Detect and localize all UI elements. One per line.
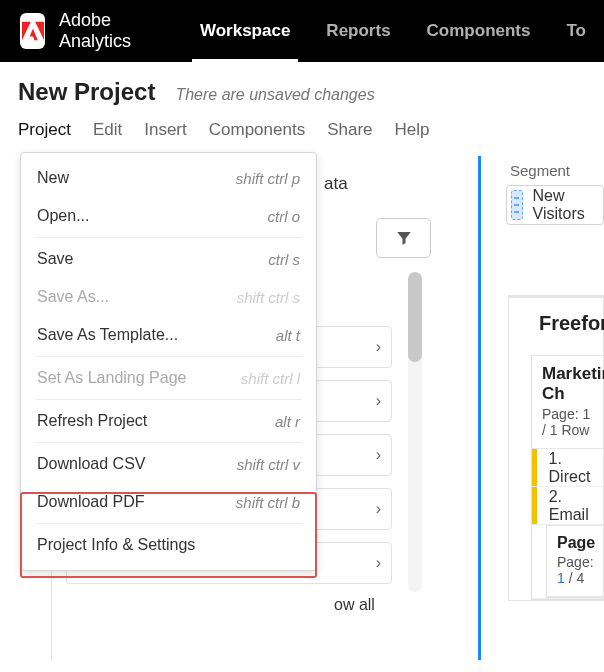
top-nav-bar: Adobe Analytics Workspace Reports Compon… [0, 0, 604, 62]
show-all-link[interactable]: ow all [334, 596, 375, 614]
menu-item-open[interactable]: Open...ctrl o [21, 197, 316, 235]
panel-divider [478, 156, 481, 660]
segment-pill[interactable]: New Visitors [506, 185, 604, 225]
segment-label: Segment [510, 162, 604, 179]
nav-workspace[interactable]: Workspace [182, 0, 308, 62]
table-row[interactable]: 1. Direct [532, 449, 603, 487]
menu-item-save-as-template[interactable]: Save As Template...alt t [21, 316, 316, 354]
menu-item-project-info-settings[interactable]: Project Info & Settings [21, 526, 316, 564]
chevron-right-icon: › [376, 392, 381, 410]
nav-reports[interactable]: Reports [308, 0, 408, 62]
column-header[interactable]: Marketing Ch Page: 1 / 1 Row [532, 356, 603, 449]
menu-item-download-csv[interactable]: Download CSVshift ctrl v [21, 445, 316, 483]
menu-project[interactable]: Project [18, 120, 71, 140]
menu-components[interactable]: Components [209, 120, 305, 140]
chevron-right-icon: › [376, 446, 381, 464]
freeform-panel: Freeforn Marketing Ch Page: 1 / 1 Row 1.… [508, 295, 604, 601]
menu-item-refresh-project[interactable]: Refresh Projectalt r [21, 402, 316, 440]
menu-item-new[interactable]: Newshift ctrl p [21, 159, 316, 197]
partial-text: ata [324, 174, 348, 194]
nested-column-header[interactable]: Page Page: 1 / 4 [547, 526, 604, 597]
table-row[interactable]: 2. Email [532, 487, 603, 525]
drag-handle-icon[interactable] [511, 190, 523, 220]
menu-item-set-as-landing-page: Set As Landing Pageshift ctrl l [21, 359, 316, 397]
menu-item-save-as: Save As...shift ctrl s [21, 278, 316, 316]
nav-components[interactable]: Components [409, 0, 549, 62]
brand-name: Adobe Analytics [59, 10, 148, 52]
adobe-logo [20, 13, 45, 49]
unsaved-changes-label: There are unsaved changes [175, 86, 374, 104]
menu-edit[interactable]: Edit [93, 120, 122, 140]
segment-value: New Visitors [533, 187, 603, 223]
project-menu-dropdown: Newshift ctrl pOpen...ctrl oSavectrl sSa… [20, 152, 317, 571]
scrollbar-thumb[interactable] [408, 272, 422, 362]
chevron-right-icon: › [376, 554, 381, 572]
project-header: New Project There are unsaved changes Pr… [0, 62, 604, 142]
filter-button[interactable] [376, 218, 431, 258]
funnel-icon [395, 229, 413, 247]
menu-insert[interactable]: Insert [144, 120, 187, 140]
menu-bar: Project Edit Insert Components Share Hel… [18, 116, 586, 140]
project-title[interactable]: New Project [18, 78, 155, 106]
freeform-title[interactable]: Freeforn [539, 312, 604, 335]
menu-item-save[interactable]: Savectrl s [21, 240, 316, 278]
page-link[interactable]: 1 [557, 570, 565, 586]
scrollbar[interactable] [408, 272, 422, 592]
menu-help[interactable]: Help [395, 120, 430, 140]
nav-tools[interactable]: To [548, 0, 604, 62]
menu-item-download-pdf[interactable]: Download PDFshift ctrl b [21, 483, 316, 521]
menu-share[interactable]: Share [327, 120, 372, 140]
chevron-right-icon: › [376, 500, 381, 518]
table-row: Page Page: 1 / 4 [532, 525, 603, 599]
freeform-table: Marketing Ch Page: 1 / 1 Row 1. Direct 2… [531, 355, 603, 600]
chevron-right-icon: › [376, 338, 381, 356]
